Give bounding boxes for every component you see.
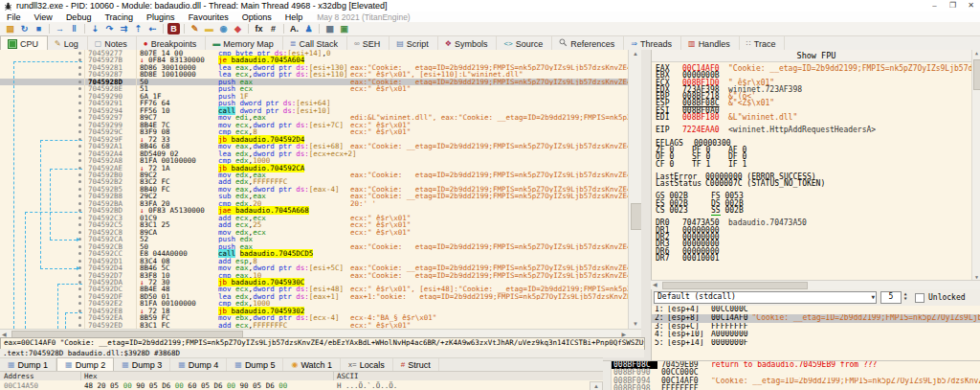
dump-scrollbar[interactable]: ▲ — [590, 381, 603, 390]
breakpoint-gutter[interactable] — [0, 215, 85, 221]
breakpoint-gutter[interactable] — [0, 300, 85, 307]
pane-splitter[interactable] — [641, 50, 651, 360]
pause-icon[interactable]: ‖ — [68, 23, 80, 34]
tab-script[interactable]: ▤Script — [390, 36, 438, 51]
tab-locals[interactable]: x=Locals — [341, 358, 393, 372]
register-row[interactable]: GS 002BFS 0053 — [656, 193, 980, 199]
breakpoint-gutter[interactable] — [0, 114, 85, 121]
breakpoint-gutter[interactable] — [0, 128, 85, 135]
maximize-button[interactable]: ❐ — [944, 0, 962, 11]
breakpoint-gutter[interactable] — [0, 122, 85, 128]
execute-till-return-icon[interactable]: ⇠ — [146, 23, 159, 34]
tab-dump-1[interactable]: ▦Dump 1 — [0, 358, 56, 372]
arg-row[interactable]: 3:[esp+C]FFFFFFFF — [652, 323, 980, 332]
fx-icon[interactable]: fx — [253, 23, 265, 34]
disassembly-pane[interactable]: 70459277807E 14 00cmp byte ptr ds:[esi+1… — [0, 50, 628, 329]
register-row[interactable]: CF 0TF 1IF 1 — [656, 161, 980, 168]
stack-row[interactable]: 008BF08C70459EB9return to badaudio.70459… — [603, 361, 980, 369]
breakpoint-gutter[interactable] — [0, 229, 85, 236]
tab-struct[interactable]: #Struct — [393, 358, 439, 372]
font-icon[interactable]: A. — [288, 23, 301, 34]
breakpoint-gutter[interactable] — [0, 286, 85, 292]
stop-icon[interactable]: ■ — [33, 23, 45, 34]
breakpoint-gutter[interactable] — [0, 79, 85, 85]
register-row[interactable]: CS 0023SS 002B — [656, 207, 980, 214]
registers-vertical-scrollbar[interactable]: ▲▼ — [971, 50, 980, 280]
tab-symbols[interactable]: ❖Symbols — [438, 36, 498, 51]
breakpoint-gutter[interactable] — [0, 308, 85, 314]
open-folder-icon[interactable]: ▤ — [4, 23, 16, 34]
breakpoint-gutter[interactable] — [0, 243, 85, 250]
breakpoint-gutter[interactable] — [0, 136, 85, 143]
stack-row[interactable]: 008BF098FFFFFFFF — [603, 385, 980, 390]
tab-dump-5[interactable]: ▦Dump 5 — [227, 358, 283, 372]
breakpoint-gutter[interactable] — [0, 250, 85, 257]
breakpoint-gutter[interactable] — [0, 193, 85, 199]
tab-dump-2[interactable]: ▦Dump 2 — [56, 357, 114, 372]
tab-handles[interactable]: ▥Handles — [681, 36, 740, 51]
breakpoint-gutter[interactable] — [0, 264, 85, 271]
step-over-icon[interactable]: ↷ — [103, 23, 116, 34]
register-row[interactable]: DR700010001 — [656, 255, 980, 262]
breakpoint-gutter[interactable] — [0, 107, 85, 114]
menu-options[interactable]: Options — [235, 12, 278, 22]
tab-dump-3[interactable]: ▦Dump 3 — [114, 358, 170, 372]
menu-debug[interactable]: Debug — [59, 12, 99, 22]
breakpoint-gutter[interactable] — [0, 143, 85, 149]
eraser-icon[interactable]: ◆ — [232, 23, 244, 34]
breakpoint-gutter[interactable] — [0, 172, 85, 178]
disasm-vertical-scrollbar[interactable]: ▲ ▼ — [628, 50, 642, 329]
breakpoint-gutter[interactable] — [0, 279, 85, 286]
breakpoint-gutter[interactable] — [0, 71, 85, 78]
tab-memory-map[interactable]: ▬Memory Map — [206, 36, 283, 51]
calculator-icon[interactable]: ▦ — [323, 23, 336, 34]
register-row[interactable]: ES 002BDS 002B — [656, 200, 980, 207]
menu-tracing[interactable]: Tracing — [98, 12, 140, 22]
register-row[interactable]: LastStatusC000007C (STATUS_NO_TOKEN) — [656, 180, 980, 187]
tab-notes[interactable]: ▢Notes — [88, 36, 137, 51]
breakpoint-gutter[interactable] — [0, 314, 85, 321]
hash-icon[interactable]: # — [267, 23, 279, 34]
breakpoint-gutter[interactable] — [0, 200, 85, 207]
scroll-left-icon[interactable]: ◀ — [653, 281, 657, 289]
stack-row[interactable]: 008BF09000CC000C — [603, 369, 980, 377]
breakpoint-gutter[interactable] — [0, 258, 85, 264]
restart-icon[interactable]: ↻ — [18, 23, 31, 34]
disasm-row[interactable]: 704592ED83C1 FCadd ecx,FFFFFFFCecx:" ê$r… — [0, 322, 628, 329]
step-out-icon[interactable]: ⇡ — [132, 23, 145, 34]
breakpoint-gutter[interactable] — [0, 221, 85, 228]
breakpoint-gutter[interactable] — [0, 93, 85, 100]
tab-source[interactable]: <>Source — [497, 36, 552, 51]
breakpoint-gutter[interactable] — [0, 293, 85, 300]
register-row[interactable]: EDI008BF180&L"wininet.dll" — [656, 114, 980, 121]
arg-row[interactable]: 5:[esp+14]0000000F — [652, 339, 980, 348]
breakpoint-gutter[interactable] — [0, 157, 85, 164]
close-button[interactable]: ✕ — [962, 0, 980, 11]
step-into-icon[interactable]: ⇣ — [89, 23, 101, 34]
tab-dump-4[interactable]: ▦Dump 4 — [170, 358, 227, 372]
menu-file[interactable]: File — [0, 12, 28, 22]
arg-row[interactable]: 2:[esp+8]00C14AF0"Cookie: __etag=ID=2b9d… — [652, 314, 980, 323]
arg-row[interactable]: 4:[esp+10]A0000000 — [652, 331, 980, 339]
breakpoint-gutter[interactable] — [0, 236, 85, 242]
menu-view[interactable]: View — [28, 12, 59, 22]
breakpoint-gutter[interactable] — [0, 57, 85, 63]
breakpoint-gutter[interactable] — [0, 85, 85, 92]
argument-count-spinner[interactable]: 5 ▲▼ — [880, 291, 902, 304]
menu-plugins[interactable]: Plugins — [140, 12, 182, 22]
scroll-right-icon[interactable]: ▶ — [621, 331, 626, 337]
breakpoint-gutter[interactable] — [0, 100, 85, 106]
register-row[interactable]: EIP7224EAA0<wininet.HttpAddRequestHeader… — [656, 126, 980, 133]
graph-icon[interactable]: ◉ — [217, 23, 230, 34]
breakpoint-gutter[interactable] — [0, 207, 85, 214]
unlocked-checkbox[interactable] — [915, 293, 924, 303]
breakpoint-gutter[interactable] — [0, 272, 85, 279]
show-fpu-button[interactable]: Show FPU — [652, 50, 980, 62]
breakpoint-gutter[interactable] — [0, 165, 85, 172]
patch-icon[interactable]: ✎ — [189, 23, 201, 34]
tab-seh[interactable]: ∞SEH — [347, 36, 390, 51]
dump-row[interactable]: 00C14A50 48 20 05 00 90 05 D6 00 60 05 D… — [0, 380, 603, 390]
minimize-button[interactable]: – — [925, 0, 944, 11]
run-icon[interactable]: → — [54, 23, 66, 34]
trace-icon[interactable]: B — [167, 23, 180, 34]
